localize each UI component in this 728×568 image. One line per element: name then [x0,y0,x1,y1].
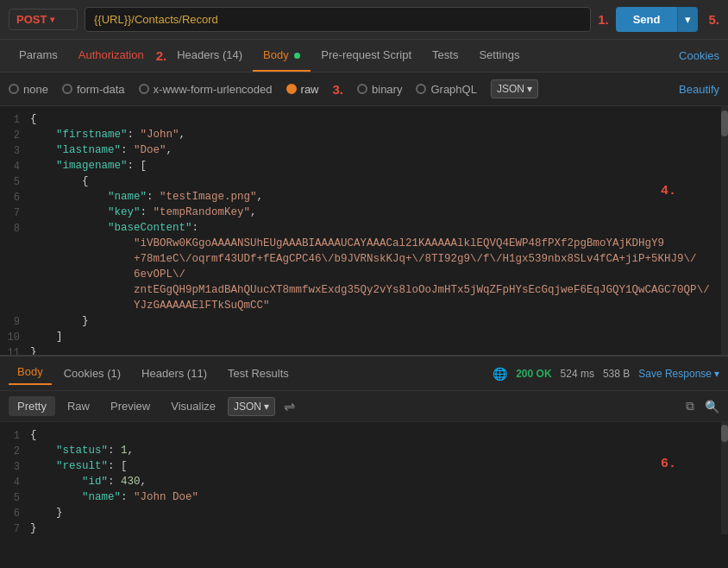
tab-params[interactable]: Params [9,40,68,72]
json-format-dropdown[interactable]: JSON ▾ [491,79,538,98]
line-content-6: "name": "testImage.png", [30,191,728,206]
line-content-11: } [30,346,728,357]
send-button-group: Send ▾ [616,7,699,32]
save-response-label: Save Response [638,368,712,380]
view-tab-preview[interactable]: Preview [102,396,159,416]
url-input[interactable] [85,7,591,32]
resp-line-content-5: "name": "John Doe" [30,491,728,507]
line-content-2: "firstname": "John", [30,129,728,144]
radio-label-form-data: form-data [77,83,125,96]
radio-binary[interactable]: binary [357,83,402,96]
cookies-link[interactable]: Cookies [679,41,719,71]
radio-none[interactable]: none [9,83,48,96]
line-content-8b: "iVBORw0KGgoAAAANSUhEUgAAABIAAAAUCAYAAAC… [30,237,728,253]
line-content-8c: +78m1eC\/oqrmf43UDf+fEAgCPC46\/b9JVRNskK… [30,253,728,268]
filter-icon[interactable]: ⇌ [284,398,295,414]
radio-label-urlencoded: x-www-form-urlencoded [154,83,273,96]
resp-line-num-3: 3 [0,460,30,476]
code-line-4: 4 "imagename": [ [0,160,728,175]
view-tab-visualize[interactable]: Visualize [162,396,224,416]
code-line-6: 6 "name": "testImage.png", [0,191,728,206]
resp-line-content-1: { [30,429,728,445]
code-line-8c: +78m1eC\/oqrmf43UDf+fEAgCPC46\/b9JVRNskK… [0,253,728,268]
line-num-8b [0,237,30,253]
resp-tab-headers[interactable]: Headers (11) [133,363,216,383]
resp-line-num-7: 7 [0,522,30,534]
code-line-2: 2 "firstname": "John", [0,129,728,144]
tab-pre-request[interactable]: Pre-request Script [311,40,422,72]
tab-authorization[interactable]: Authorization [68,40,154,72]
status-code: 200 OK [516,368,551,380]
line-content-8d: 6evOPL\/ [30,268,728,284]
resp-line-num-6: 6 [0,507,30,522]
scrollbar-track [721,106,728,355]
annotation-3: 3. [333,82,344,97]
code-line-8: 8 "baseContent": [0,222,728,237]
resp-scrollbar-thumb[interactable] [721,425,728,442]
code-line-8b: "iVBORw0KGgoAAAANSUhEUgAAABIAAAAUCAYAAAC… [0,237,728,253]
annotation-5: 5. [708,12,719,27]
search-icon[interactable]: 🔍 [705,400,719,413]
line-num-5: 5 [0,175,30,191]
radio-dot-raw [286,84,297,94]
line-num-2: 2 [0,129,30,144]
resp-tab-cookies[interactable]: Cookies (1) [55,363,129,383]
resp-line-num-1: 1 [0,429,30,445]
tab-body[interactable]: Body [253,40,311,72]
response-code-area[interactable]: 1 { 2 "status": 1, 3 "result": [ 4 "id":… [0,422,728,534]
tab-headers[interactable]: Headers (14) [166,40,253,72]
line-content-8f: YJzGAAAAAElFTkSuQmCC" [30,300,728,315]
radio-urlencoded[interactable]: x-www-form-urlencoded [139,83,273,96]
resp-line-content-7: } [30,522,728,534]
resp-code-line-1: 1 { [0,429,728,445]
code-line-3: 3 "lastname": "Doe", [0,144,728,160]
beautify-button[interactable]: Beautify [679,83,719,96]
resp-code-line-7: 7 } [0,522,728,534]
resp-line-num-4: 4 [0,476,30,491]
code-line-8f: YJzGAAAAAElFTkSuQmCC" [0,300,728,315]
resp-code-line-4: 4 "id": 430, [0,476,728,491]
tab-tests[interactable]: Tests [422,40,468,72]
resp-code-line-5: 5 "name": "John Doe" [0,491,728,507]
body-active-dot [294,53,300,59]
resp-line-num-2: 2 [0,445,30,460]
save-response-button[interactable]: Save Response ▾ [638,368,719,380]
tab-settings[interactable]: Settings [468,40,530,72]
radio-form-data[interactable]: form-data [62,83,125,96]
radio-raw[interactable]: raw [286,83,319,96]
line-num-6: 6 [0,191,30,206]
send-dropdown-arrow[interactable]: ▾ [677,7,698,32]
code-line-7: 7 "key": "tempRandomKey", [0,206,728,222]
view-tab-raw[interactable]: Raw [59,396,98,416]
radio-label-none: none [23,83,48,96]
json-dropdown-arrow: ▾ [527,83,532,95]
annotation-1: 1. [598,12,609,27]
resp-tab-body[interactable]: Body [9,362,52,385]
view-tabs-bar: Pretty Raw Preview Visualize JSON ▾ ⇌ ⧉ … [0,391,728,422]
resp-tab-test-results[interactable]: Test Results [219,363,298,383]
resp-code-line-3: 3 "result": [ [0,460,728,476]
request-body-editor[interactable]: 1 { 2 "firstname": "John", 3 "lastname":… [0,106,728,357]
response-json-dropdown[interactable]: JSON ▾ [228,397,275,416]
method-arrow-icon: ▾ [50,15,54,24]
resp-scrollbar-track [721,422,728,534]
copy-icon[interactable]: ⧉ [686,399,694,413]
radio-dot-urlencoded [139,84,149,94]
method-dropdown[interactable]: POST ▾ [9,9,78,30]
send-button[interactable]: Send [616,7,678,32]
scrollbar-thumb[interactable] [721,110,728,136]
line-content-10: ] [30,331,728,346]
resp-line-content-3: "result": [ [30,460,728,476]
radio-dot-graphql [416,84,426,94]
json-format-label: JSON [497,83,524,95]
radio-dot-form-data [62,84,72,94]
code-line-8e: zntEGgQH9pM1adBAhQUucXT8mmfwxExdg35Qy2vY… [0,284,728,300]
radio-graphql[interactable]: GraphQL [416,83,476,96]
line-num-8f [0,300,30,315]
radio-label-graphql: GraphQL [430,83,476,96]
code-line-9: 9 } [0,315,728,331]
view-tab-pretty[interactable]: Pretty [9,396,55,416]
radio-label-raw: raw [301,83,319,96]
line-content-8e: zntEGgQH9pM1adBAhQUucXT8mmfwxExdg35Qy2vY… [30,284,728,300]
line-num-7: 7 [0,206,30,222]
